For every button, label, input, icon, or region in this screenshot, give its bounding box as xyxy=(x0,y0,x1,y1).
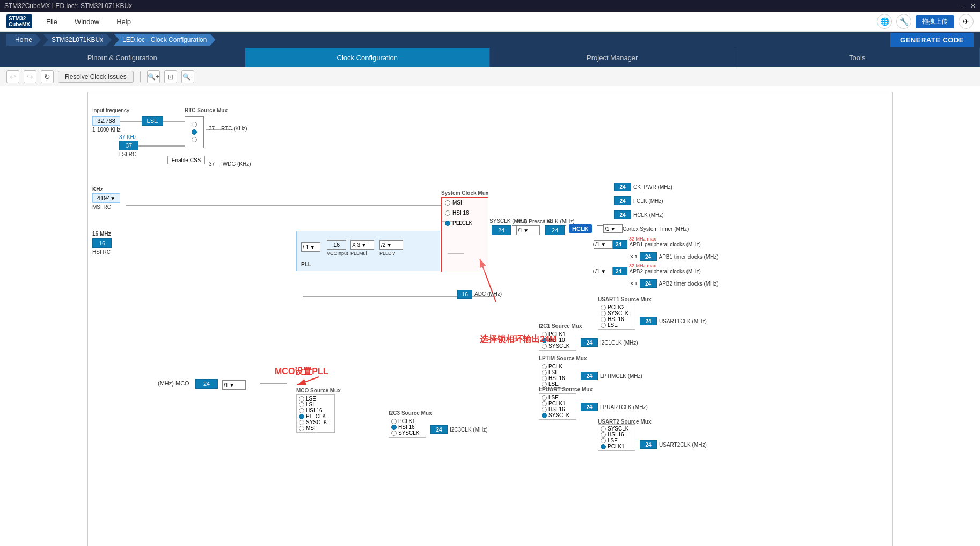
hclk2-val[interactable]: 24 xyxy=(614,210,631,219)
lpuart-lse[interactable]: LSE xyxy=(542,395,574,401)
i2c3-hsi16[interactable]: HSI 16 xyxy=(391,424,423,430)
mco-sysclk[interactable]: SYSCLK xyxy=(299,419,332,425)
rtc-mux-opt3[interactable] xyxy=(192,137,197,142)
lpuart-mux[interactable]: LSE PCLK1 HSI 16 SYSCLK xyxy=(539,393,576,420)
usart1clk-row: 24 USART1CLK (MHz) xyxy=(640,317,707,325)
close-btn[interactable]: ✕ xyxy=(970,2,976,10)
msi-select[interactable]: 4194 ▼ xyxy=(92,193,120,203)
mco-hsi16[interactable]: HSI 16 xyxy=(299,407,332,413)
refresh-button[interactable]: ↻ xyxy=(41,70,54,83)
tab-clock[interactable]: Clock Configuration xyxy=(245,48,491,67)
usart2clk-val[interactable]: 24 xyxy=(640,440,657,449)
hsi-pre-select[interactable]: / 1▼ xyxy=(301,242,320,252)
vco-val[interactable]: 16 xyxy=(327,240,346,250)
redo-button[interactable]: ↪ xyxy=(24,70,36,83)
usart1-hsi16[interactable]: HSI 16 xyxy=(601,316,633,322)
puzzle-icon[interactable]: 🔧 xyxy=(896,14,911,29)
upload-btn[interactable]: 拖拽上传 xyxy=(916,15,954,28)
usart2-pclk1[interactable]: PCLK1 xyxy=(601,443,633,449)
mco-lsi[interactable]: LSI xyxy=(299,402,332,407)
lptimclk-val[interactable]: 24 xyxy=(581,372,598,380)
lpuart-pclk1[interactable]: PCLK1 xyxy=(542,401,574,406)
mco-msi[interactable]: MSI xyxy=(299,425,332,431)
pll-div-select[interactable]: /2▼ xyxy=(379,240,403,250)
input-freq-val[interactable]: 32.768 xyxy=(92,116,120,126)
apb2-pre-select[interactable]: /1▼ xyxy=(594,267,613,275)
mco-mux[interactable]: LSE LSI HSI 16 PLLCLK SYSCLK MSI xyxy=(296,394,335,433)
fit-button[interactable]: ⊡ xyxy=(164,70,177,83)
hsi16-radio[interactable] xyxy=(445,210,450,216)
mco-lse[interactable]: LSE xyxy=(299,396,332,402)
fclk-val[interactable]: 24 xyxy=(614,196,631,205)
usart1-lse[interactable]: LSE xyxy=(601,322,633,328)
apb2-timer-val[interactable]: 24 xyxy=(640,279,657,288)
minimize-btn[interactable]: ─ xyxy=(959,2,964,10)
lptim-lsi[interactable]: LSI xyxy=(542,369,574,375)
hsi-label: HSI RC xyxy=(92,249,111,255)
pll-mul-select[interactable]: X 3▼ xyxy=(350,240,374,250)
adc-val[interactable]: 16 xyxy=(457,290,472,299)
cortex-pre-select[interactable]: /1▼ xyxy=(603,224,623,233)
ahb-select[interactable]: /1 ▼ xyxy=(516,225,540,235)
msi-radio[interactable] xyxy=(445,200,450,206)
breadcrumb-device[interactable]: STM32L071KBUx xyxy=(43,34,112,46)
i2c3-pclk1[interactable]: PCLK1 xyxy=(391,418,423,424)
menu-file[interactable]: File xyxy=(43,17,61,27)
usart2-hsi16[interactable]: HSI 16 xyxy=(601,432,633,438)
main-content[interactable]: Input frequency 32.768 1-1000 KHz LSE RT… xyxy=(0,86,980,546)
breadcrumb-home[interactable]: Home xyxy=(6,34,41,46)
ck-pwr-val[interactable]: 24 xyxy=(614,183,631,191)
generate-code-button[interactable]: GENERATE CODE xyxy=(890,33,974,47)
i2c3-sysclk[interactable]: SYSCLK xyxy=(391,430,423,436)
lse-block[interactable]: LSE xyxy=(142,116,163,126)
breadcrumb-bar: Home STM32L071KBUx LED.ioc - Clock Confi… xyxy=(0,32,980,48)
lsi-val[interactable]: 37 xyxy=(119,141,138,150)
usart1-sysclk[interactable]: SYSCLK xyxy=(601,310,633,316)
lptim-hsi16[interactable]: HSI 16 xyxy=(542,375,574,381)
lpuartclk-val[interactable]: 24 xyxy=(581,403,598,411)
mco-pllclk[interactable]: PLLCLK xyxy=(299,413,332,419)
globe-icon[interactable]: 🌐 xyxy=(877,14,892,29)
pllclk-radio[interactable] xyxy=(445,221,450,226)
rtc-mux[interactable] xyxy=(185,116,204,148)
menu-help[interactable]: Help xyxy=(113,17,134,27)
pllclk-opt[interactable]: PLLCLK xyxy=(442,218,488,228)
nav-icon[interactable]: ✈ xyxy=(959,14,974,29)
rtc-mux-opt2[interactable] xyxy=(192,129,197,135)
usart2-lse[interactable]: LSE xyxy=(601,438,633,443)
lptim-mux[interactable]: PCLK LSI HSI 16 LSE xyxy=(539,362,576,389)
lpuart-sysclk[interactable]: SYSCLK xyxy=(542,412,574,418)
hsi16-opt[interactable]: HSI 16 xyxy=(442,208,488,218)
usart1clk-val[interactable]: 24 xyxy=(640,317,657,325)
enable-css[interactable]: Enable CSS xyxy=(167,156,205,164)
lpuart-hsi16[interactable]: HSI 16 xyxy=(542,406,574,412)
i2c1clk-val[interactable]: 24 xyxy=(581,338,598,347)
toolbar-separator xyxy=(140,71,141,82)
apb1-pre-select[interactable]: /1▼ xyxy=(594,240,613,249)
lptim-pclk1[interactable]: PCLK xyxy=(542,363,574,369)
usart2-sysclk[interactable]: SYSCLK xyxy=(601,426,633,432)
i2c3clk-val[interactable]: 24 xyxy=(430,425,448,434)
hsi-val[interactable]: 16 xyxy=(92,238,112,248)
mco-pre-select[interactable]: /1▼ xyxy=(222,380,246,390)
usart1-pclk2[interactable]: PCLK2 xyxy=(601,304,633,310)
tab-tools[interactable]: Tools xyxy=(735,48,981,67)
zoom-out-button[interactable]: 🔍- xyxy=(181,70,194,83)
tab-project[interactable]: Project Manager xyxy=(490,48,735,67)
menu-window[interactable]: Window xyxy=(71,17,103,27)
apb1-timer-val[interactable]: 24 xyxy=(640,252,657,261)
i2c3-mux[interactable]: PCLK1 HSI 16 SYSCLK xyxy=(389,417,426,438)
msi-opt[interactable]: MSI xyxy=(442,198,488,208)
sysclk-val[interactable]: 24 xyxy=(492,225,511,235)
title-text: STM32CubeMX LED.ioc*: STM32L071KBUx xyxy=(4,2,132,10)
zoom-in-button[interactable]: 🔍+ xyxy=(147,70,160,83)
resolve-clock-button[interactable]: Resolve Clock Issues xyxy=(58,71,134,83)
hclk-val[interactable]: 24 xyxy=(545,225,565,235)
undo-button[interactable]: ↩ xyxy=(6,70,19,83)
usart2-mux[interactable]: SYSCLK HSI 16 LSE PCLK1 xyxy=(598,424,635,451)
mco-val[interactable]: 24 xyxy=(195,379,218,389)
usart1-mux[interactable]: PCLK2 SYSCLK HSI 16 LSE xyxy=(598,303,635,330)
breadcrumb-current[interactable]: LED.ioc - Clock Configuration xyxy=(114,34,215,46)
rtc-mux-opt1[interactable] xyxy=(192,122,197,127)
tab-pinout[interactable]: Pinout & Configuration xyxy=(0,48,245,67)
